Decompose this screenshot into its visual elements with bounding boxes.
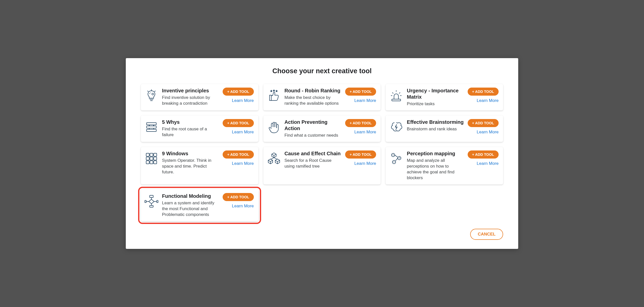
learn-more-link[interactable]: Learn More xyxy=(232,161,254,166)
tool-card-brainstorming: Effective Brainstorming Brainstorm and r… xyxy=(386,116,503,142)
learn-more-link[interactable]: Learn More xyxy=(477,98,499,103)
add-tool-button[interactable]: + ADD TOOL xyxy=(345,150,376,159)
card-desc: Map and analyze all perceptions on how t… xyxy=(407,158,464,181)
add-tool-button[interactable]: + ADD TOOL xyxy=(468,150,499,159)
stacked-rows-icon xyxy=(144,120,158,134)
add-tool-button[interactable]: + ADD TOOL xyxy=(468,119,499,127)
tool-card-round-robin: Round - Robin Ranking Make the best choi… xyxy=(263,84,381,110)
tool-card-cause-effect: Cause and Effect Chain Search for a Root… xyxy=(263,147,381,184)
card-title: Round - Robin Ranking xyxy=(285,88,342,94)
hand-stop-icon xyxy=(267,120,281,134)
grid-nine-icon xyxy=(144,151,158,166)
linked-nodes-icon: A B C xyxy=(389,151,403,166)
siren-icon xyxy=(389,89,403,103)
card-desc: Brainstorm and rank ideas xyxy=(407,126,464,132)
add-tool-button[interactable]: + ADD TOOL xyxy=(223,88,254,96)
tool-picker-modal: Choose your next creative tool Inventive… xyxy=(126,58,518,249)
card-title: Action Preventing Action xyxy=(285,119,342,132)
svg-rect-9 xyxy=(150,157,153,160)
card-title: Functional Modeling xyxy=(162,193,219,199)
svg-rect-17 xyxy=(150,195,153,198)
svg-rect-20 xyxy=(150,205,153,207)
tool-card-nine-windows: 9 Windows System Operator. Think in spac… xyxy=(141,147,258,184)
svg-rect-3 xyxy=(147,126,156,128)
learn-more-link[interactable]: Learn More xyxy=(354,161,376,166)
svg-rect-12 xyxy=(150,161,153,164)
card-desc: System Operator. Think in space and time… xyxy=(162,158,219,175)
card-title: Inventive principles xyxy=(162,88,219,94)
learn-more-link[interactable]: Learn More xyxy=(232,204,254,209)
card-title: Cause and Effect Chain xyxy=(285,150,342,157)
card-desc: Find the root cause of a failure xyxy=(162,126,219,138)
add-tool-button[interactable]: + ADD TOOL xyxy=(468,88,499,96)
svg-rect-6 xyxy=(150,153,153,156)
brain-lightning-icon xyxy=(389,120,403,134)
lightbulb-puzzle-icon xyxy=(144,89,158,103)
svg-rect-1 xyxy=(392,99,401,101)
card-desc: Make the best choice by ranking the avai… xyxy=(285,95,342,106)
card-title: Perception mapping xyxy=(407,150,464,157)
svg-text:B: B xyxy=(399,157,400,159)
cancel-button[interactable]: CANCEL xyxy=(470,229,503,240)
tool-card-five-whys: 5 Whys Find the root cause of a failure … xyxy=(141,116,258,142)
add-tool-button[interactable]: + ADD TOOL xyxy=(223,119,254,127)
svg-rect-5 xyxy=(146,153,149,156)
svg-rect-11 xyxy=(146,161,149,164)
svg-rect-4 xyxy=(147,129,156,132)
learn-more-link[interactable]: Learn More xyxy=(354,130,376,135)
svg-text:A: A xyxy=(392,154,394,156)
tool-card-functional-modeling: Functional Modeling Learn a system and i… xyxy=(141,189,258,221)
learn-more-link[interactable]: Learn More xyxy=(232,130,254,135)
thumbs-up-stars-icon xyxy=(267,89,281,103)
learn-more-link[interactable]: Learn More xyxy=(477,161,499,166)
svg-rect-13 xyxy=(154,161,157,164)
card-desc: Search for a Root Cause using ramified t… xyxy=(285,158,342,169)
tool-grid: Inventive principles Find inventive solu… xyxy=(141,84,503,221)
card-desc: Find inventive solution by breaking a co… xyxy=(162,95,219,106)
card-desc: Learn a system and identify the most Fun… xyxy=(162,200,219,218)
svg-rect-2 xyxy=(147,123,156,125)
modal-footer: CANCEL xyxy=(141,229,503,240)
tool-card-urgency-matrix: Urgency - Importance Matrix Prioritize t… xyxy=(386,84,503,110)
svg-rect-10 xyxy=(154,157,157,160)
svg-point-0 xyxy=(152,93,154,95)
add-tool-button[interactable]: + ADD TOOL xyxy=(223,193,254,201)
svg-rect-18 xyxy=(145,200,146,203)
card-desc: Find what a customer needs xyxy=(285,133,342,138)
tool-card-inventive-principles: Inventive principles Find inventive solu… xyxy=(141,84,258,110)
svg-rect-8 xyxy=(146,157,149,160)
svg-rect-19 xyxy=(157,200,158,203)
add-tool-button[interactable]: + ADD TOOL xyxy=(223,150,254,159)
card-desc: Prioritize tasks xyxy=(407,101,464,107)
tool-card-perception-mapping: A B C Perception mapping Map and analyze… xyxy=(386,147,503,184)
learn-more-link[interactable]: Learn More xyxy=(354,98,376,103)
add-tool-button[interactable]: + ADD TOOL xyxy=(345,119,376,127)
cubes-tree-icon xyxy=(267,151,281,166)
card-title: Urgency - Importance Matrix xyxy=(407,88,464,100)
card-title: Effective Brainstorming xyxy=(407,119,464,125)
learn-more-link[interactable]: Learn More xyxy=(477,130,499,135)
card-title: 9 Windows xyxy=(162,150,219,157)
flowchart-icon xyxy=(144,194,158,208)
svg-text:C: C xyxy=(393,161,395,163)
tool-card-action-preventing: Action Preventing Action Find what a cus… xyxy=(263,116,381,142)
card-title: 5 Whys xyxy=(162,119,219,125)
modal-title: Choose your next creative tool xyxy=(141,67,503,75)
learn-more-link[interactable]: Learn More xyxy=(232,98,254,103)
add-tool-button[interactable]: + ADD TOOL xyxy=(345,88,376,96)
svg-rect-7 xyxy=(154,153,157,156)
